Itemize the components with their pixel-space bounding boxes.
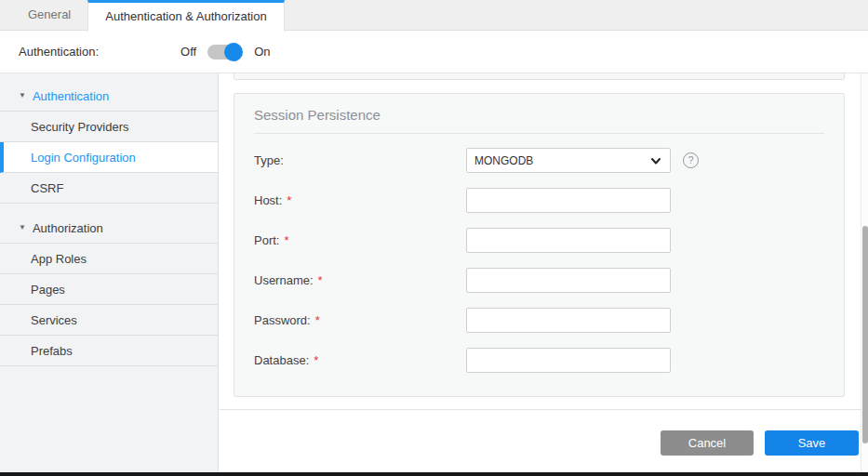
sidebar-item-label: Prefabs xyxy=(31,344,73,358)
tab-authentication-authorization[interactable]: Authentication & Authorization xyxy=(87,0,284,32)
password-label: Password:* xyxy=(254,308,320,333)
form-row-host: Host:* xyxy=(254,188,824,213)
sidebar-item-label: Services xyxy=(31,313,77,327)
form-row-type: Type: MONGODB ? xyxy=(254,148,824,173)
caret-down-icon: ▼ xyxy=(19,224,26,231)
form-row-database: Database:* xyxy=(254,348,824,373)
password-input[interactable] xyxy=(466,308,671,333)
required-marker: * xyxy=(318,273,323,287)
sidebar-item-login-configuration[interactable]: Login Configuration xyxy=(0,142,218,173)
form-row-username: Username:* xyxy=(254,268,824,293)
caret-down-icon: ▼ xyxy=(19,92,26,99)
footer-divider xyxy=(220,409,868,410)
sidebar-item-app-roles[interactable]: App Roles xyxy=(0,244,218,274)
authentication-toggle[interactable] xyxy=(207,45,241,60)
cancel-button[interactable]: Cancel xyxy=(661,430,754,456)
sidebar-item-label: CSRF xyxy=(31,181,63,195)
host-label: Host:* xyxy=(254,188,291,213)
field-label-text: Password: xyxy=(254,313,311,327)
vertical-scrollbar[interactable] xyxy=(861,73,868,472)
database-input[interactable] xyxy=(466,348,671,373)
sidebar-item-label: Pages xyxy=(31,283,65,297)
authentication-label: Authentication: xyxy=(19,45,99,59)
type-label: Type: xyxy=(254,148,288,173)
authentication-toggle-row: Authentication: Off On xyxy=(0,31,868,73)
chevron-down-icon xyxy=(649,154,662,167)
sidebar-group-label: Authentication xyxy=(33,89,109,103)
save-button[interactable]: Save xyxy=(765,430,859,456)
field-label-text: Port: xyxy=(254,233,279,247)
tab-bar: General Authentication & Authorization xyxy=(0,0,868,31)
field-label-text: Database: xyxy=(254,353,309,367)
sidebar-item-pages[interactable]: Pages xyxy=(0,274,218,305)
port-input[interactable] xyxy=(466,228,671,253)
section-divider xyxy=(254,133,824,134)
sidebar-item-security-providers[interactable]: Security Providers xyxy=(0,112,218,142)
sidebar-group-authorization[interactable]: ▼ Authorization xyxy=(0,213,218,244)
database-label: Database:* xyxy=(254,348,318,373)
form-row-port: Port:* xyxy=(254,228,824,253)
username-label: Username:* xyxy=(254,268,323,293)
required-marker: * xyxy=(315,313,320,327)
toggle-on-label: On xyxy=(254,45,270,59)
scrollbar-thumb[interactable] xyxy=(862,226,868,443)
sidebar-group-authentication[interactable]: ▼ Authentication xyxy=(0,81,218,112)
host-input[interactable] xyxy=(466,188,671,213)
field-label-text: Host: xyxy=(254,193,282,207)
required-marker: * xyxy=(314,353,318,367)
sidebar-item-label: Security Providers xyxy=(31,120,128,134)
tab-general[interactable]: General xyxy=(11,0,87,30)
required-marker: * xyxy=(287,193,291,207)
sidebar-item-services[interactable]: Services xyxy=(0,305,218,336)
settings-sidebar: ▼ Authentication Security Providers Logi… xyxy=(0,73,219,472)
security-settings-window: General Authentication & Authorization A… xyxy=(0,0,868,476)
window-bottom-edge xyxy=(0,472,868,476)
section-title: Session Persistence xyxy=(254,107,824,123)
type-select-value: MONGODB xyxy=(474,154,649,167)
sidebar-item-csrf[interactable]: CSRF xyxy=(0,173,218,204)
port-label: Port:* xyxy=(254,228,289,253)
sidebar-item-prefabs[interactable]: Prefabs xyxy=(0,336,218,366)
sidebar-group-label: Authorization xyxy=(33,221,103,235)
field-label-text: Type: xyxy=(254,153,284,167)
sidebar-item-label: App Roles xyxy=(31,252,87,266)
sidebar-section-spacer xyxy=(0,204,218,213)
form-row-password: Password:* xyxy=(254,308,824,333)
session-persistence-card: Session Persistence Type: MONGODB ? Host… xyxy=(234,93,845,397)
type-select[interactable]: MONGODB xyxy=(466,148,671,173)
sidebar-item-label: Login Configuration xyxy=(31,151,136,165)
username-input[interactable] xyxy=(466,268,671,293)
field-label-text: Username: xyxy=(254,273,314,287)
toggle-knob xyxy=(224,43,243,61)
help-icon[interactable]: ? xyxy=(683,152,699,168)
required-marker: * xyxy=(284,233,288,247)
toggle-off-label: Off xyxy=(180,45,196,59)
